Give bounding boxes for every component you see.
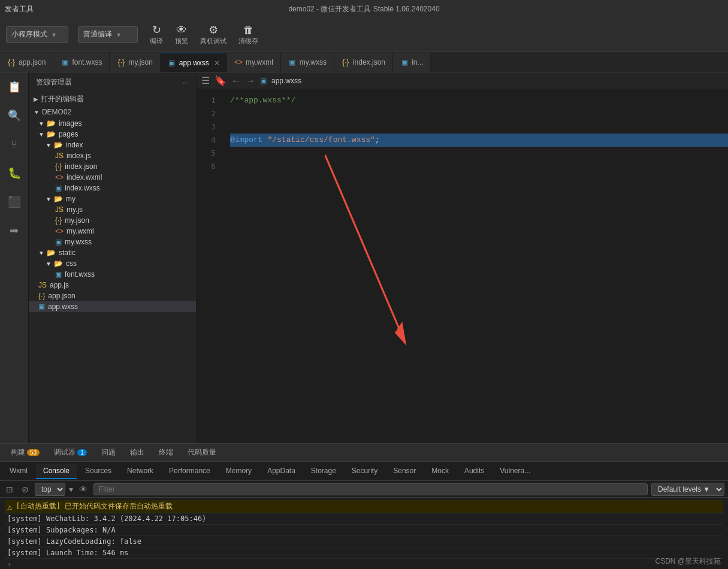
clearcache-action[interactable]: 🗑 清缓存 xyxy=(238,24,258,46)
tree-item-index-wxml[interactable]: <>index.wxml xyxy=(29,172,196,183)
panel-top-tab-终端[interactable]: 终端 xyxy=(153,445,179,460)
dev-tab-Sources[interactable]: Sources xyxy=(78,464,119,479)
sidebar-icon-extensions[interactable]: ⬛ xyxy=(5,192,24,211)
file-icon-wxss: ▣ xyxy=(55,238,62,246)
tab-label: my.json xyxy=(128,58,152,66)
dev-tab-Network[interactable]: Network xyxy=(120,464,161,479)
svg-line-1 xyxy=(325,155,404,341)
file-tab-app-wxss[interactable]: ▣app.wxss× xyxy=(161,53,227,72)
file-icon-js: JS xyxy=(55,152,64,160)
panel-top-tab-调试器[interactable]: 调试器1 xyxy=(48,445,93,460)
sidebar-icon-push[interactable]: ➡ xyxy=(5,221,24,240)
tree-item-my-json[interactable]: {·}my.json xyxy=(29,215,196,226)
dev-tab-Audits[interactable]: Audits xyxy=(457,464,491,479)
panel-top-tab-代码质量[interactable]: 代码质量 xyxy=(182,445,222,460)
line-number: 5 xyxy=(197,147,216,160)
tree-item-pages[interactable]: ▼📂pages xyxy=(29,129,196,140)
dev-tab-Console[interactable]: Console xyxy=(36,464,77,479)
dev-tab-Vulnera...[interactable]: Vulnera... xyxy=(493,464,537,479)
mode-selector[interactable]: 小程序模式 ▾ xyxy=(6,26,68,43)
tree-item-app-json[interactable]: {·}app.json xyxy=(29,290,196,301)
panel-stop-btn[interactable]: ⊘ xyxy=(19,483,31,495)
file-tab-font-wxss[interactable]: ▣font.wxss xyxy=(53,53,110,72)
tree-item-css[interactable]: ▼📂css xyxy=(29,258,196,269)
dev-tab-Sensor[interactable]: Sensor xyxy=(386,464,423,479)
dev-tab-Performance[interactable]: Performance xyxy=(162,464,218,479)
tab-icon-wxss: ▣ xyxy=(400,58,409,66)
tree-item-my-js[interactable]: JSmy.js xyxy=(29,204,196,215)
panel-block-btn[interactable]: ⊡ xyxy=(4,483,16,495)
compile-selector[interactable]: 普通编译 ▾ xyxy=(78,26,138,43)
panel-top-tabs: 构建53调试器1问题输出终端代码质量 xyxy=(0,444,728,462)
panel-top-tab-问题[interactable]: 问题 xyxy=(95,445,122,460)
editor-menu-btn[interactable]: ☰ xyxy=(201,75,210,86)
tab-badge: 1 xyxy=(77,449,87,456)
panel-eye-btn[interactable]: 👁 xyxy=(77,483,90,495)
tree-item-index-wxss[interactable]: ▣index.wxss xyxy=(29,183,196,193)
file-tab-my-wxss[interactable]: ▣my.wxss xyxy=(281,53,334,72)
panel-top-tab-构建[interactable]: 构建53 xyxy=(5,445,46,460)
tree-item-app-js[interactable]: JSapp.js xyxy=(29,280,196,290)
mode-label: 小程序模式 xyxy=(11,29,47,40)
preview-action[interactable]: 👁 预览 xyxy=(175,24,188,46)
explorer-more-btn[interactable]: ··· xyxy=(183,78,189,87)
dev-tab-AppData[interactable]: AppData xyxy=(260,464,303,479)
panel-filter-input[interactable] xyxy=(93,483,648,495)
panel-context-select[interactable]: top xyxy=(35,483,65,496)
tree-item-app-wxss[interactable]: ▣app.wxss xyxy=(29,301,196,312)
dev-tab-Memory[interactable]: Memory xyxy=(219,464,259,479)
tab-close-btn[interactable]: × xyxy=(215,58,219,68)
file-tab-in-..[interactable]: ▣in... xyxy=(393,53,431,72)
console-output: ⚠[自动热重载] 已开始代码文件保存后自动热重载[system] WeChatL… xyxy=(0,498,728,569)
file-name: index.wxml xyxy=(67,173,102,181)
file-tab-app-json[interactable]: {·}app.json xyxy=(0,53,53,72)
file-tab-index-json[interactable]: {·}index.json xyxy=(334,53,393,72)
editor-file-icon: ▣ xyxy=(260,77,267,85)
editor-forward-btn[interactable]: → xyxy=(246,75,255,86)
dev-tab-Mock[interactable]: Mock xyxy=(424,464,456,479)
explorer-tree: ▶打开的编辑器▼DEMO02▼📂images▼📂pages▼📂indexJSin… xyxy=(29,92,196,312)
tree-item-my[interactable]: ▼📂my xyxy=(29,193,196,204)
section-open-editors[interactable]: ▶打开的编辑器 xyxy=(29,92,196,106)
tree-item-my-wxml[interactable]: <>my.wxml xyxy=(29,226,196,237)
section-demo02[interactable]: ▼DEMO02 xyxy=(29,106,196,118)
file-icon-wxml: <> xyxy=(55,173,64,181)
line-number: 2 xyxy=(197,107,216,120)
tree-item-font-wxss[interactable]: ▣font.wxss xyxy=(29,269,196,280)
file-name: css xyxy=(66,259,77,268)
titlebar: 发者工具 demo02 - 微信开发者工具 Stable 1.06.240204… xyxy=(0,0,728,18)
dev-tab-Security[interactable]: Security xyxy=(345,464,385,479)
file-name: app.js xyxy=(50,281,69,289)
file-name: my.wxml xyxy=(67,227,94,235)
file-icon-folder: 📂 xyxy=(54,259,63,268)
tree-item-index-json[interactable]: {·}index.json xyxy=(29,161,196,172)
realdevice-action[interactable]: ⚙ 真机调试 xyxy=(200,23,226,46)
file-icon-wxss: ▣ xyxy=(55,270,62,279)
tree-item-images[interactable]: ▼📂images xyxy=(29,118,196,129)
tab-icon-wxss: ▣ xyxy=(61,58,69,66)
file-icon-folder: 📂 xyxy=(47,249,56,257)
sidebar-icon-search[interactable]: 🔍 xyxy=(5,106,24,125)
editor-back-btn[interactable]: ← xyxy=(231,75,241,86)
tree-item-my-wxss[interactable]: ▣my.wxss xyxy=(29,237,196,247)
compile-action[interactable]: ↻ 编译 xyxy=(150,23,163,46)
sidebar-icon-files[interactable]: 📋 xyxy=(5,77,24,96)
dev-tab-Storage[interactable]: Storage xyxy=(304,464,343,479)
editor-filename: app.wxss xyxy=(271,77,301,85)
branding-text: CSDN @景天科技苑 xyxy=(655,556,721,567)
code-line-2 xyxy=(230,107,728,120)
editor-bookmark-btn[interactable]: 🔖 xyxy=(215,75,226,86)
tree-item-index-js[interactable]: JSindex.js xyxy=(29,150,196,161)
tree-item-static[interactable]: ▼📂static xyxy=(29,247,196,258)
tree-item-index[interactable]: ▼📂index xyxy=(29,140,196,150)
panel-levels-select[interactable]: Default levels ▼ xyxy=(651,483,724,496)
panel-top-tab-输出[interactable]: 输出 xyxy=(124,445,150,460)
panel-bottom-tabs: WxmlConsoleSourcesNetworkPerformanceMemo… xyxy=(0,462,728,481)
sidebar-icon-source[interactable]: ⑂ xyxy=(5,135,24,154)
file-tab-my-json[interactable]: {·}my.json xyxy=(110,53,160,72)
sidebar-icon-debug[interactable]: 🐛 xyxy=(5,164,24,183)
tab-label: my.wxml xyxy=(246,58,273,66)
file-tab-my-wxml[interactable]: <>my.wxml xyxy=(227,53,281,72)
dev-tab-Wxml[interactable]: Wxml xyxy=(2,464,35,479)
explorer-header: 资源管理器 ··· xyxy=(29,72,196,92)
